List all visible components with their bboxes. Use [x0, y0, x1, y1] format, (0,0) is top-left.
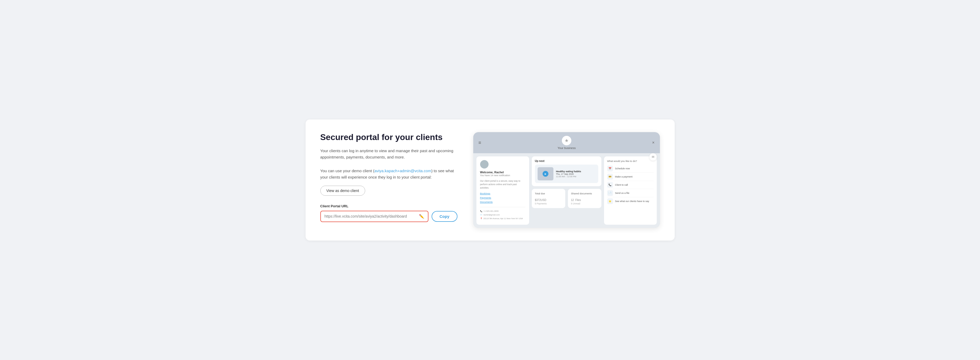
url-section: Client Portal URL ✏️ Copy — [320, 204, 457, 222]
portal-header: ≡ ★ Your business × — [473, 132, 660, 153]
welcome-name: Welcome, Rachel — [480, 170, 525, 174]
review-label: See what our clients have to say — [615, 200, 649, 202]
demo-description: You can use your demo client (aviya.kapa… — [320, 168, 457, 180]
action-schedule[interactable]: 📅 Schedule now — [607, 164, 654, 173]
brand-name: Your business — [481, 147, 652, 150]
file-label: Send us a file — [615, 192, 630, 194]
portal-body: Welcome, Rachel You have 14 new notifica… — [473, 153, 660, 228]
portal-brand: ★ Your business — [481, 136, 652, 150]
demo-text-before: You can use your demo client ( — [320, 169, 374, 173]
payment-label: Make a payment — [615, 175, 633, 178]
call-label: Client to call — [615, 183, 628, 186]
docs-unit: Files — [575, 199, 581, 201]
appointment-thumbnail: ▶ — [538, 167, 554, 180]
action-call[interactable]: 📞 Client to call — [607, 181, 654, 189]
action-payment[interactable]: 💳 Make a payment — [607, 173, 654, 181]
address-icon: 📍 — [480, 218, 482, 220]
total-due-label: Total due — [535, 192, 562, 195]
appointment-info: Healthy eating habits Thu, 17 Sep 2020 1… — [556, 170, 596, 178]
play-button[interactable]: ▶ — [542, 171, 549, 177]
portal-description: Our client portal is a secure, easy way … — [480, 179, 525, 190]
copy-button[interactable]: Copy — [431, 211, 457, 222]
left-panel: Secured portal for your clients Your cli… — [320, 132, 457, 222]
sidebar-link-documents[interactable]: Documents — [480, 201, 525, 203]
edit-icon[interactable]: ✏️ — [419, 214, 424, 219]
email-row: ✉️ rachel@gmail.com — [480, 213, 525, 216]
up-next-title: Up next — [535, 159, 598, 162]
avatar — [480, 160, 488, 169]
appointment-time: 11:00 AM – 12:30 PM — [556, 175, 596, 178]
actions-title: What would you like to do? — [607, 159, 654, 162]
description-text: Your clients can log in anytime to view … — [320, 148, 457, 160]
url-row: ✏️ Copy — [320, 211, 457, 222]
phone-text: +1 929-301-0699 — [484, 210, 499, 213]
action-file[interactable]: 📄 Send us a file — [607, 189, 654, 197]
shared-docs-label: Shared documents — [571, 192, 598, 195]
up-next-card: Up next ▶ Healthy eating habits Thu, 17 … — [532, 156, 601, 186]
call-icon: 📞 — [607, 182, 613, 188]
portal-main-content: Up next ▶ Healthy eating habits Thu, 17 … — [532, 156, 601, 225]
contact-info: 📞 +1 929-301-0699 ✉️ rachel@gmail.com 📍 … — [480, 207, 525, 220]
demo-email-link[interactable]: aviya.kapach+admin@vcita.com — [374, 169, 431, 173]
total-due-card: Total due $372USD 5 Payments — [532, 189, 565, 208]
right-panel: ≡ ★ Your business × Welcome, Rachel You … — [473, 132, 660, 228]
action-review[interactable]: ⭐ See what our clients have to say — [607, 197, 654, 205]
url-input[interactable] — [325, 214, 417, 218]
portal-sidebar: Welcome, Rachel You have 14 new notifica… — [476, 156, 529, 225]
hamburger-icon[interactable]: ≡ — [479, 140, 481, 146]
main-card: Secured portal for your clients Your cli… — [305, 119, 675, 240]
schedule-label: Schedule now — [615, 167, 630, 170]
total-due-currency: USD — [541, 199, 546, 201]
sidebar-link-bookings[interactable]: Bookings — [480, 192, 525, 195]
shared-docs-card: Shared documents 12 Files 5 Unread — [568, 189, 601, 208]
notifications-text: You have 14 new notification — [480, 174, 525, 177]
phone-icon: 📞 — [480, 210, 482, 212]
brand-star-icon: ★ — [562, 136, 571, 145]
phone-row: 📞 +1 929-301-0699 — [480, 210, 525, 213]
total-due-sub: 5 Payments — [535, 202, 562, 205]
shared-docs-count: 12 Files — [571, 196, 598, 202]
email-text: rachel@gmail.com — [484, 213, 500, 216]
file-icon: 📄 — [607, 190, 613, 196]
view-demo-client-button[interactable]: View as demo client — [320, 186, 365, 196]
url-input-wrapper: ✏️ — [320, 211, 429, 222]
address-row: 📍 20110 5th Avenue, Apt 11 New York NY U… — [480, 217, 525, 220]
review-icon: ⭐ — [607, 198, 613, 204]
schedule-icon: 📅 — [607, 166, 613, 171]
payment-icon: 💳 — [607, 174, 613, 180]
email-icon: ✉️ — [480, 214, 482, 216]
address-text: 20110 5th Avenue, Apt 11 New York NY USA — [484, 217, 523, 220]
shared-docs-sub: 5 Unread — [571, 202, 598, 205]
page-title: Secured portal for your clients — [320, 132, 457, 142]
total-due-amount: $372 — [535, 199, 541, 201]
docs-number: 12 — [571, 199, 574, 201]
email-float-button[interactable]: ✉ — [649, 153, 657, 161]
appointment-title: Healthy eating habits — [556, 170, 596, 173]
bottom-stats: Total due $372USD 5 Payments Shared docu… — [532, 189, 601, 208]
actions-card: What would you like to do? 📅 Schedule no… — [604, 156, 657, 225]
sidebar-link-payments[interactable]: Payments — [480, 196, 525, 199]
close-icon[interactable]: × — [652, 140, 654, 145]
total-due-value: $372USD — [535, 196, 562, 202]
appointment-date: Thu, 17 Sep 2020 — [556, 173, 596, 175]
portal-preview: ≡ ★ Your business × Welcome, Rachel You … — [473, 132, 660, 228]
url-label: Client Portal URL — [320, 204, 457, 208]
appointment-card: ▶ Healthy eating habits Thu, 17 Sep 2020… — [535, 164, 598, 183]
